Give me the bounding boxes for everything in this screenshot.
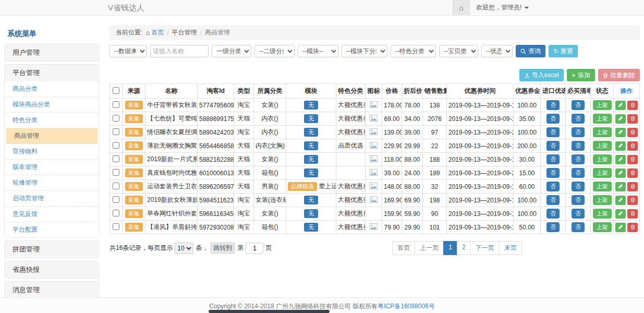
home-button[interactable]: ⌂: [453, 0, 470, 15]
page-size-select[interactable]: 10: [175, 243, 193, 254]
jump-button[interactable]: 跳转到: [210, 242, 235, 254]
import-select-toggle[interactable]: 否: [546, 168, 560, 178]
edit-button[interactable]: [615, 155, 626, 164]
sidebar-item-宣传物料[interactable]: 宣传物料: [5, 144, 99, 160]
pager-上一页[interactable]: 上一页: [415, 241, 444, 255]
sidebar-item-意见反馈[interactable]: 意见反馈: [5, 207, 99, 222]
must-buy-toggle[interactable]: 否: [572, 100, 585, 110]
must-buy-toggle[interactable]: 否: [572, 141, 585, 151]
row-checkbox[interactable]: [113, 169, 119, 176]
status-badge[interactable]: 上架: [593, 182, 612, 191]
name-input[interactable]: [150, 45, 209, 57]
import-select-toggle[interactable]: 否: [546, 182, 560, 191]
edit-button[interactable]: [615, 182, 626, 191]
import-select-toggle[interactable]: 否: [546, 195, 560, 205]
delete-button[interactable]: [627, 196, 638, 205]
delete-button[interactable]: [627, 223, 638, 232]
breadcrumb-home-link[interactable]: ⌂ 首页: [145, 28, 164, 37]
edit-button[interactable]: [615, 101, 626, 110]
row-checkbox[interactable]: [113, 128, 119, 135]
reset-button[interactable]: ↻ 重置: [549, 45, 578, 57]
sidebar-section-平台管理[interactable]: 平台管理: [5, 65, 99, 81]
status-badge[interactable]: 上架: [593, 168, 612, 178]
sidebar-section-拼团管理[interactable]: 拼团管理: [5, 241, 99, 258]
must-buy-toggle[interactable]: 否: [572, 127, 585, 137]
row-checkbox[interactable]: [113, 155, 119, 162]
row-checkbox[interactable]: [113, 101, 119, 108]
edit-button[interactable]: [615, 128, 626, 137]
edit-button[interactable]: [615, 114, 626, 124]
must-buy-toggle[interactable]: 否: [572, 222, 585, 232]
search-button[interactable]: 查询: [516, 45, 545, 57]
edit-button[interactable]: [615, 209, 626, 219]
import-select-toggle[interactable]: 否: [546, 222, 560, 232]
sidebar-section-消息管理[interactable]: 消息管理: [5, 282, 99, 298]
level1-category-select[interactable]: 一级分类: [212, 45, 251, 57]
status-badge[interactable]: 上架: [593, 114, 612, 124]
module-select[interactable]: --模块--: [298, 45, 338, 57]
sidebar-item-平台配置[interactable]: 平台配置: [5, 222, 99, 237]
status-badge[interactable]: 上架: [593, 209, 612, 219]
pager-1[interactable]: 1: [443, 241, 457, 255]
pager-末页[interactable]: 末页: [499, 241, 522, 255]
must-buy-toggle[interactable]: 否: [572, 168, 585, 178]
delete-button[interactable]: [627, 128, 638, 137]
add-button[interactable]: + 添加: [567, 69, 595, 81]
import-excel-button[interactable]: 导入excel: [519, 69, 564, 81]
must-buy-toggle[interactable]: 否: [572, 195, 585, 205]
delete-button[interactable]: [627, 168, 638, 178]
row-checkbox[interactable]: [113, 223, 119, 230]
status-badge[interactable]: 上架: [593, 154, 612, 164]
must-buy-toggle[interactable]: 否: [572, 209, 585, 219]
import-select-toggle[interactable]: 否: [546, 114, 560, 124]
jump-page-input[interactable]: [246, 243, 263, 254]
sidebar-item-轮播管理[interactable]: 轮播管理: [5, 175, 99, 191]
sidebar-item-模块商品分类[interactable]: 模块商品分类: [5, 97, 99, 113]
row-checkbox[interactable]: [113, 210, 119, 216]
status-select[interactable]: --状态--: [481, 45, 513, 57]
import-select-toggle[interactable]: 否: [546, 154, 560, 164]
import-select-toggle[interactable]: 否: [546, 141, 560, 151]
delete-button[interactable]: [627, 155, 638, 164]
must-buy-toggle[interactable]: 否: [572, 182, 585, 191]
row-checkbox[interactable]: [113, 196, 119, 203]
status-badge[interactable]: 上架: [593, 100, 612, 110]
status-badge[interactable]: 上架: [593, 141, 612, 151]
delete-button[interactable]: [627, 209, 638, 219]
pager-首页[interactable]: 首页: [392, 241, 415, 255]
must-buy-toggle[interactable]: 否: [572, 154, 585, 164]
batch-delete-button[interactable]: 批量删除: [598, 69, 640, 81]
module-subcategory-select[interactable]: --模块下分类--: [342, 45, 387, 57]
sidebar-section-用户管理[interactable]: 用户管理: [5, 44, 99, 61]
edit-button[interactable]: [615, 223, 626, 232]
import-select-toggle[interactable]: 否: [546, 127, 560, 137]
delete-button[interactable]: [627, 141, 638, 151]
data-source-select[interactable]: --数据来源--: [110, 45, 147, 57]
pager-2[interactable]: 2: [457, 241, 471, 255]
row-checkbox[interactable]: [113, 115, 119, 122]
pager-下一页[interactable]: 下一页: [470, 241, 500, 255]
row-checkbox[interactable]: [113, 142, 119, 149]
user-dropdown[interactable]: 欢迎您，管理员!: [472, 0, 533, 15]
edit-button[interactable]: [615, 196, 626, 205]
icp-link[interactable]: 粤ICP备16098006号: [378, 303, 434, 310]
edit-button[interactable]: [615, 168, 626, 178]
status-badge[interactable]: 上架: [593, 127, 612, 137]
sidebar-item-版本管理[interactable]: 版本管理: [5, 160, 99, 175]
item-type-select[interactable]: --宝贝类型--: [439, 45, 478, 57]
sidebar-item-商品管理[interactable]: 商品管理: [6, 128, 98, 144]
sidebar-item-商品分类[interactable]: 商品分类: [5, 81, 99, 97]
delete-button[interactable]: [627, 101, 638, 110]
edit-button[interactable]: [615, 141, 626, 151]
delete-button[interactable]: [627, 182, 638, 191]
import-select-toggle[interactable]: 否: [546, 209, 560, 219]
row-checkbox[interactable]: [113, 183, 119, 189]
level2-category-select[interactable]: --二级分类--: [254, 45, 295, 57]
status-badge[interactable]: 上架: [593, 222, 612, 232]
sidebar-item-特色分类[interactable]: 特色分类: [5, 113, 99, 128]
must-buy-toggle[interactable]: 否: [572, 114, 585, 124]
sidebar-section-省惠快报[interactable]: 省惠快报: [5, 261, 99, 278]
import-select-toggle[interactable]: 否: [546, 100, 560, 110]
feature-category-select[interactable]: --特色分类--: [391, 45, 436, 57]
select-all-checkbox[interactable]: [113, 87, 119, 94]
